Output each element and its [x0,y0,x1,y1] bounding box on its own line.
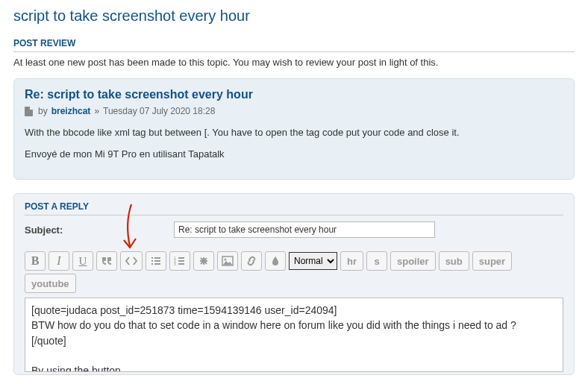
font-size-select[interactable]: Normal [289,252,337,270]
ordered-list-icon: 123 [174,256,186,266]
ordered-list-button[interactable]: 123 [169,251,190,271]
flash-button[interactable] [265,251,286,271]
code-button[interactable] [120,251,143,271]
svg-text:3: 3 [174,262,176,266]
list-icon [150,256,162,266]
post-line-2: Envoyé de mon Mi 9T Pro en utilisant Tap… [25,148,563,160]
post-reply-heading: POST A REPLY [25,201,563,215]
bold-button[interactable]: B [25,251,46,271]
meta-sep: » [94,106,99,116]
code-icon [125,256,138,266]
svg-point-4 [225,259,227,261]
post-review-heading: POST REVIEW [13,38,575,52]
reply-panel: POST A REPLY Subject: B I U 123 [13,193,575,375]
message-textarea[interactable] [25,298,563,372]
post-line-1: With the bbcode like xml tag but between… [25,127,563,138]
post-title[interactable]: Re: script to take screenshot every hour [25,88,563,101]
subject-row: Subject: [25,221,563,238]
youtube-button[interactable]: youtube [25,274,76,293]
page-title[interactable]: script to take screenshot every hour [13,7,575,25]
post-icon [25,107,33,116]
quote-button[interactable] [96,251,117,271]
link-button[interactable] [241,251,262,271]
spoiler-button[interactable]: spoiler [390,251,436,271]
review-notice: At least one new post has been made to t… [13,57,575,68]
sub-button[interactable]: sub [439,251,469,271]
underline-button[interactable]: U [72,251,93,271]
droplet-icon [271,256,280,266]
post-date: Tuesday 07 July 2020 18:28 [103,106,215,116]
list-item-button[interactable] [193,251,214,271]
image-icon [222,256,234,266]
quote-icon [101,256,113,266]
post-body: With the bbcode like xml tag but between… [25,127,563,160]
by-label: by [38,106,48,116]
strike-button[interactable]: s [366,251,387,271]
subject-label: Subject: [25,224,174,236]
list-button[interactable] [146,251,166,271]
hr-button[interactable]: hr [340,251,363,271]
italic-button[interactable]: I [49,251,69,271]
asterisk-icon [198,256,209,266]
review-post: Re: script to take screenshot every hour… [13,78,575,180]
link-icon [245,256,257,266]
super-button[interactable]: super [472,251,512,271]
image-button[interactable] [217,251,238,271]
post-meta: by breizhcat » Tuesday 07 July 2020 18:2… [25,106,563,116]
subject-input[interactable] [174,221,435,238]
editor-toolbar: B I U 123 Normal hr s spoiler [25,251,563,293]
post-author[interactable]: breizhcat [51,106,91,116]
